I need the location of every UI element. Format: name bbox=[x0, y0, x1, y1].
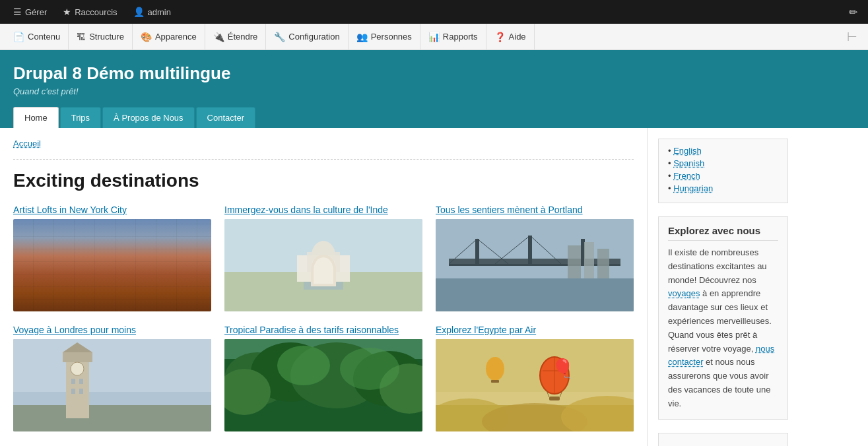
svg-rect-11 bbox=[475, 239, 479, 265]
nav-item-contenu[interactable]: 📄 Contenu bbox=[5, 24, 69, 49]
rapports-label: Rapports bbox=[443, 32, 478, 42]
nav-item-aide[interactable]: ❓ Aide bbox=[486, 24, 535, 49]
admin-shortcuts-button[interactable]: ★ Raccourcis bbox=[56, 3, 123, 21]
sidebar-explore-text: Il existe de nombreuses destinations exc… bbox=[668, 246, 778, 411]
nav-item-personnes[interactable]: 👥 Personnes bbox=[349, 24, 420, 49]
svg-rect-1 bbox=[224, 272, 422, 311]
svg-rect-31 bbox=[71, 389, 75, 394]
menu-icon: ☰ bbox=[13, 7, 22, 17]
card-nyc-image bbox=[13, 219, 211, 311]
nav-item-apparence[interactable]: 🎨 Apparence bbox=[133, 24, 205, 49]
admin-user-button[interactable]: 👤 admin bbox=[127, 3, 178, 21]
pencil-icon[interactable]: ✏ bbox=[845, 2, 861, 22]
structure-label: Structure bbox=[89, 32, 124, 42]
nav-control-icon[interactable]: ⊢ bbox=[842, 30, 863, 44]
card-portland-title[interactable]: Tous les sentiers mènent à Portland bbox=[436, 205, 634, 215]
svg-rect-9 bbox=[449, 259, 620, 264]
svg-rect-23 bbox=[13, 339, 211, 392]
svg-rect-44 bbox=[436, 339, 634, 392]
svg-rect-54 bbox=[491, 380, 499, 383]
svg-rect-6 bbox=[304, 282, 343, 290]
lang-item-spanish: Spanish bbox=[668, 158, 778, 168]
site-header: Drupal 8 Démo multilingue Quand c'est pr… bbox=[0, 50, 868, 128]
svg-rect-29 bbox=[71, 379, 75, 384]
svg-point-53 bbox=[486, 357, 504, 381]
breadcrumb-link[interactable]: Accueil bbox=[13, 139, 41, 148]
svg-point-42 bbox=[340, 348, 399, 390]
lang-link-french[interactable]: French bbox=[673, 171, 700, 181]
admin-manage-button[interactable]: ☰ Gérer bbox=[7, 3, 53, 21]
configuration-label: Configuration bbox=[288, 32, 339, 42]
card-egypt-image bbox=[436, 339, 634, 431]
india-svg bbox=[224, 219, 422, 311]
card-tropical-title[interactable]: Tropical Paradise à des tarifs raisonnab… bbox=[224, 325, 422, 335]
personnes-label: Personnes bbox=[371, 32, 412, 42]
svg-rect-50 bbox=[549, 397, 560, 400]
sidebar-drupal-block: Drupal 8 Démo bbox=[658, 433, 788, 446]
card-india: Immergez-vous dans la culture de l'Inde bbox=[224, 205, 422, 311]
card-london-image bbox=[13, 339, 211, 431]
svg-rect-30 bbox=[79, 379, 83, 384]
tab-contacter[interactable]: Contacter bbox=[196, 107, 255, 128]
card-tropical-image bbox=[224, 339, 422, 431]
sidebar: English Spanish French Hungarian Explore… bbox=[647, 128, 799, 446]
svg-rect-32 bbox=[79, 389, 83, 394]
main-wrapper: Accueil Exciting destinations Artist Lof… bbox=[0, 128, 868, 446]
lang-link-spanish[interactable]: Spanish bbox=[673, 158, 704, 168]
nav-item-etendre[interactable]: 🔌 Étendre bbox=[205, 24, 267, 49]
site-subtitle: Quand c'est prêt! bbox=[13, 86, 855, 96]
lang-item-english: English bbox=[668, 146, 778, 156]
tropical-svg bbox=[224, 339, 422, 431]
tab-home[interactable]: Home bbox=[13, 107, 59, 128]
portland-svg bbox=[436, 219, 634, 311]
tab-trips[interactable]: Trips bbox=[60, 107, 101, 128]
svg-rect-18 bbox=[568, 245, 581, 278]
nav-item-configuration[interactable]: 🔧 Configuration bbox=[266, 24, 348, 49]
lang-link-english[interactable]: English bbox=[673, 146, 702, 156]
card-portland-image bbox=[436, 219, 634, 311]
contacter-link[interactable]: nous contacter bbox=[668, 344, 774, 367]
nav-item-structure[interactable]: 🏗 Structure bbox=[69, 24, 133, 49]
cards-grid: Artist Lofts in New York City Immergez-v… bbox=[13, 205, 634, 431]
etendre-label: Étendre bbox=[228, 32, 258, 42]
lang-item-hungarian: Hungarian bbox=[668, 183, 778, 193]
london-svg bbox=[13, 339, 211, 431]
lang-link-hungarian[interactable]: Hungarian bbox=[673, 183, 713, 193]
admin-bar-right: ✏ bbox=[845, 2, 861, 22]
card-egypt: Explorez l'Egypte par Air bbox=[436, 325, 634, 431]
rapports-icon: 📊 bbox=[428, 32, 440, 42]
svg-rect-24 bbox=[13, 405, 211, 431]
svg-rect-10 bbox=[449, 264, 620, 266]
site-nav: Home Trips À Propos de Nous Contacter bbox=[13, 107, 855, 128]
aide-label: Aide bbox=[509, 32, 526, 42]
card-india-title[interactable]: Immergez-vous dans la culture de l'Inde bbox=[224, 205, 422, 215]
card-nyc-title[interactable]: Artist Lofts in New York City bbox=[13, 205, 211, 215]
svg-rect-21 bbox=[436, 278, 634, 311]
breadcrumb-divider bbox=[13, 159, 634, 160]
egypt-svg bbox=[436, 339, 634, 431]
svg-point-3 bbox=[312, 241, 335, 270]
card-nyc: Artist Lofts in New York City bbox=[13, 205, 211, 311]
tab-apropos[interactable]: À Propos de Nous bbox=[102, 107, 195, 128]
user-icon: 👤 bbox=[133, 7, 145, 17]
configuration-icon: 🔧 bbox=[274, 32, 285, 42]
lang-item-french: French bbox=[668, 171, 778, 181]
admin-bar: ☰ Gérer ★ Raccourcis 👤 admin ✏ bbox=[0, 0, 868, 24]
card-egypt-title[interactable]: Explorez l'Egypte par Air bbox=[436, 325, 634, 335]
card-london: Voyage à Londres pour moins bbox=[13, 325, 211, 431]
sidebar-drupal-title: Drupal 8 Démo bbox=[668, 444, 778, 446]
breadcrumb: Accueil bbox=[13, 139, 634, 148]
etendre-icon: 🔌 bbox=[213, 32, 224, 42]
svg-rect-20 bbox=[597, 249, 609, 278]
svg-rect-5 bbox=[335, 252, 340, 272]
card-tropical: Tropical Paradise à des tarifs raisonnab… bbox=[224, 325, 422, 431]
card-london-title[interactable]: Voyage à Londres pour moins bbox=[13, 325, 211, 335]
voyages-link[interactable]: voyages bbox=[668, 288, 700, 298]
svg-point-41 bbox=[277, 346, 330, 385]
svg-rect-12 bbox=[528, 236, 532, 265]
admin-label: admin bbox=[148, 7, 171, 17]
manage-label: Gérer bbox=[25, 7, 47, 17]
shortcuts-label: Raccourcis bbox=[75, 7, 117, 17]
svg-rect-19 bbox=[584, 242, 594, 278]
nav-item-rapports[interactable]: 📊 Rapports bbox=[420, 24, 486, 49]
